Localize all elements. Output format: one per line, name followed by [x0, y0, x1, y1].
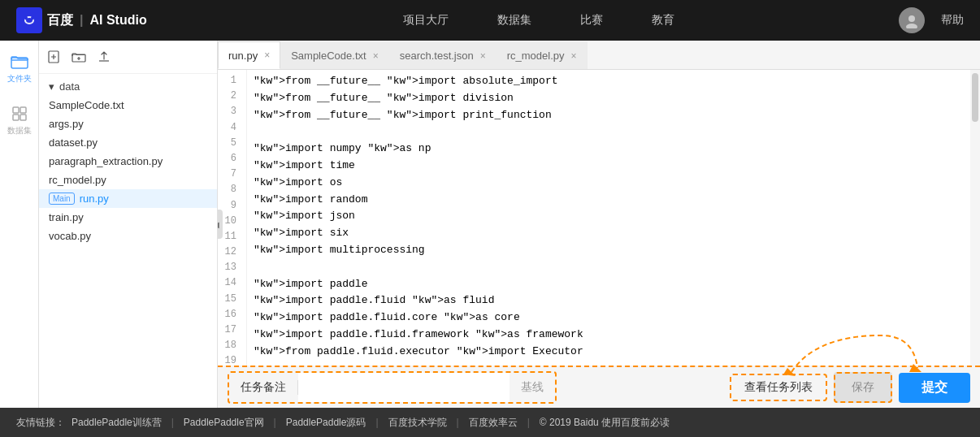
- logo[interactable]: 百度 | AI Studio: [16, 7, 147, 33]
- svg-rect-9: [13, 115, 19, 120]
- tab-close-icon[interactable]: ×: [264, 50, 270, 60]
- scrollbar-track[interactable]: [970, 70, 980, 366]
- file-name: args.py: [49, 118, 84, 130]
- footer: 友情链接： PaddlePaddle训练营 | PaddlePaddle官网 |…: [0, 408, 980, 437]
- file-tree-toolbar: [39, 47, 217, 74]
- chevron-down-icon: ▾: [49, 80, 54, 93]
- line-number: 14: [218, 275, 241, 291]
- line-number: 6: [218, 151, 241, 167]
- bottom-toolbar: 任务备注 基线 查看任务列表 保存 提交: [218, 366, 980, 408]
- tab-label: SampleCode.txt: [291, 50, 366, 62]
- tab-rc_model.py[interactable]: rc_model.py×: [497, 41, 588, 69]
- folder-name: data: [59, 80, 80, 93]
- collapse-panel-arrow[interactable]: ◀: [218, 210, 223, 239]
- line-number: 13: [218, 260, 241, 275]
- file-item[interactable]: SampleCode.txt: [39, 96, 217, 115]
- nav-right: 帮助: [899, 7, 964, 33]
- svg-point-5: [906, 24, 917, 28]
- submit-button[interactable]: 提交: [899, 373, 970, 403]
- footer-prefix: 友情链接：: [16, 416, 65, 430]
- line-number: 18: [218, 338, 241, 353]
- file-item[interactable]: dataset.py: [39, 133, 217, 152]
- file-item[interactable]: Mainrun.py: [39, 189, 217, 208]
- footer-copyright: © 2019 Baidu 使用百度前必读: [540, 416, 670, 430]
- line-number: 1: [218, 73, 241, 89]
- view-tasks-button[interactable]: 查看任务列表: [730, 374, 827, 401]
- logo-divider: |: [80, 13, 83, 28]
- file-name: paragraph_extraction.py: [49, 155, 163, 167]
- upload-icon[interactable]: [98, 50, 111, 67]
- grid-icon: [10, 104, 29, 123]
- code-editor[interactable]: 123456789101112131415161718192021222324 …: [218, 70, 980, 366]
- line-number: 19: [218, 353, 241, 366]
- file-item[interactable]: paragraph_extraction.py: [39, 152, 217, 171]
- scrollbar-thumb[interactable]: [972, 73, 978, 122]
- file-item[interactable]: train.py: [39, 208, 217, 227]
- editor-area: ◀ run.py×SampleCode.txt×search.test.json…: [218, 41, 980, 408]
- svg-rect-8: [20, 107, 26, 113]
- file-name: vocab.py: [49, 230, 91, 242]
- line-number: 16: [218, 307, 241, 322]
- line-number: 8: [218, 182, 241, 197]
- tab-close-icon[interactable]: ×: [480, 51, 486, 61]
- baseline-input[interactable]: [298, 373, 510, 402]
- top-navigation: 百度 | AI Studio 项目大厅 数据集 比赛 教育 帮助: [0, 0, 980, 41]
- line-number: 7: [218, 167, 241, 182]
- folder-data[interactable]: ▾ data: [39, 77, 217, 96]
- tab-label: run.py: [228, 50, 258, 62]
- help-link[interactable]: 帮助: [941, 13, 964, 28]
- footer-link-0[interactable]: PaddlePaddle训练营: [72, 416, 162, 430]
- tab-bar: run.py×SampleCode.txt×search.test.json×r…: [218, 41, 980, 70]
- nav-datasets[interactable]: 数据集: [497, 13, 531, 28]
- code-content[interactable]: "kw">from __future__ "kw">import absolut…: [247, 70, 980, 366]
- tab-close-icon[interactable]: ×: [571, 51, 577, 61]
- file-name: rc_model.py: [49, 174, 106, 186]
- icon-sidebar: 文件夹 数据集: [0, 41, 39, 408]
- main-nav: 项目大厅 数据集 比赛 教育: [180, 13, 899, 28]
- new-file-icon[interactable]: [47, 50, 60, 67]
- svg-rect-7: [13, 107, 19, 113]
- footer-link-3[interactable]: 百度技术学院: [388, 416, 447, 430]
- save-button[interactable]: 保存: [834, 372, 892, 403]
- new-folder-icon[interactable]: [72, 51, 86, 66]
- tab-label: search.test.json: [400, 50, 474, 62]
- tab-close-icon[interactable]: ×: [373, 51, 379, 61]
- line-number: 15: [218, 292, 241, 307]
- svg-point-3: [26, 18, 33, 23]
- footer-link-1[interactable]: PaddlePaddle官网: [184, 416, 264, 430]
- sidebar-item-datasets[interactable]: 数据集: [4, 101, 35, 140]
- line-number: 2: [218, 89, 241, 104]
- footer-link-4[interactable]: 百度效率云: [469, 416, 518, 430]
- file-name: dataset.py: [49, 136, 98, 149]
- file-item[interactable]: rc_model.py: [39, 171, 217, 189]
- code-editor-inner: 123456789101112131415161718192021222324 …: [218, 70, 980, 366]
- baseline-placeholder: 基线: [510, 380, 555, 395]
- line-number: 3: [218, 104, 241, 119]
- datasets-label: 数据集: [7, 125, 32, 136]
- footer-link-2[interactable]: PaddlePaddle源码: [286, 416, 366, 430]
- line-number: 4: [218, 120, 241, 136]
- svg-point-4: [908, 15, 915, 22]
- tab-SampleCode.txt[interactable]: SampleCode.txt×: [280, 41, 389, 69]
- baidu-text: 百度: [47, 12, 73, 29]
- nav-competition[interactable]: 比赛: [580, 13, 603, 28]
- line-number: 17: [218, 322, 241, 338]
- file-tree: ▾ data SampleCode.txtargs.pydataset.pypa…: [39, 41, 218, 408]
- file-item[interactable]: args.py: [39, 115, 217, 133]
- main-area: 文件夹 数据集: [0, 41, 980, 408]
- tab-label: rc_model.py: [507, 50, 565, 62]
- file-list: SampleCode.txtargs.pydataset.pyparagraph…: [39, 96, 217, 245]
- tab-run.py[interactable]: run.py×: [218, 41, 280, 69]
- file-item[interactable]: vocab.py: [39, 227, 217, 245]
- svg-marker-13: [909, 364, 921, 372]
- line-number: 12: [218, 244, 241, 260]
- avatar[interactable]: [899, 7, 925, 33]
- sidebar-item-files[interactable]: 文件夹: [4, 49, 35, 88]
- nav-education[interactable]: 教育: [652, 13, 674, 28]
- tab-search.test.json[interactable]: search.test.json×: [389, 41, 497, 69]
- nav-projects[interactable]: 项目大厅: [403, 13, 449, 28]
- line-number: 5: [218, 136, 241, 151]
- file-folder-icon: [10, 52, 29, 71]
- svg-rect-10: [20, 115, 26, 120]
- file-name: train.py: [49, 211, 84, 223]
